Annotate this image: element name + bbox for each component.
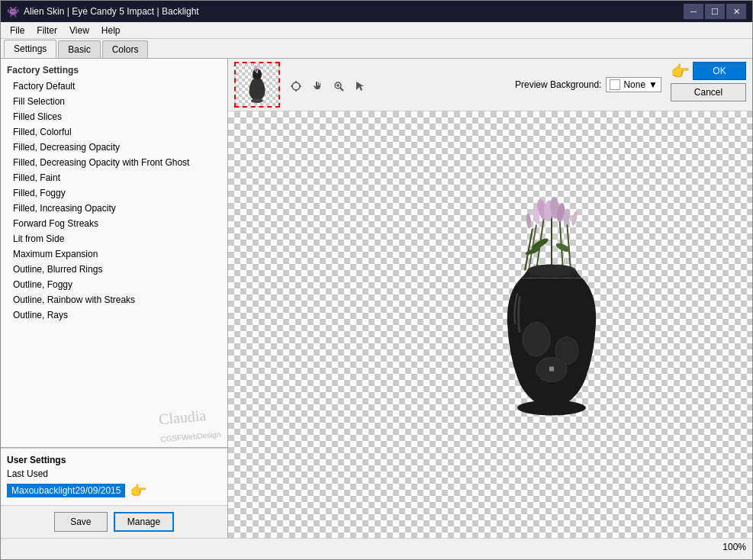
svg-line-20 (567, 220, 571, 270)
svg-point-6 (257, 66, 261, 69)
title-bar-left: 👾 Alien Skin | Eye Candy 5 Impact | Back… (7, 6, 199, 18)
vase-container (475, 171, 628, 478)
list-item[interactable]: Filled, Decreasing Opacity with Front Gh… (1, 155, 227, 170)
preview-bg-select[interactable]: None ▼ (606, 77, 661, 92)
main-content: Factory Settings Factory Default Fill Se… (1, 59, 752, 538)
menu-bar: File Filter View Help (1, 22, 752, 39)
list-item[interactable]: Outline, Rays (1, 307, 227, 323)
app-icon: 👾 (7, 6, 19, 18)
user-settings-header: User Settings (7, 455, 221, 465)
preview-bg-controls: Preview Background: None ▼ (515, 77, 661, 92)
status-bar: 100% (1, 538, 752, 555)
canvas-area (228, 111, 752, 538)
list-item[interactable]: Outline, Foggy (1, 277, 227, 292)
hand-tool-button[interactable] (307, 77, 327, 95)
list-item[interactable]: Filled, Colorful (1, 124, 227, 140)
list-item[interactable]: Fill Selection (1, 94, 227, 109)
bg-value-label: None (623, 79, 645, 90)
tab-colors[interactable]: Colors (102, 40, 149, 58)
list-item[interactable]: Filled, Foggy (1, 185, 227, 201)
menu-view[interactable]: View (63, 24, 95, 37)
dropdown-arrow-icon: ▼ (648, 79, 658, 90)
thumbnail-svg (242, 66, 272, 104)
list-item[interactable]: Forward Fog Streaks (1, 216, 227, 231)
bg-color-swatch (610, 79, 620, 90)
title-bar: 👾 Alien Skin | Eye Candy 5 Impact | Back… (1, 1, 752, 22)
svg-point-34 (523, 322, 550, 356)
close-button[interactable]: ✕ (726, 4, 746, 19)
list-item[interactable]: Outline, Blurred Rings (1, 262, 227, 277)
list-item[interactable]: Filled, Increasing Opacity (1, 201, 227, 216)
cancel-button[interactable]: Cancel (671, 83, 746, 101)
select-tool-button[interactable] (350, 77, 370, 95)
list-item[interactable]: Filled Slices (1, 109, 227, 124)
list-item[interactable]: Outline, Rainbow with Streaks (1, 292, 227, 307)
menu-filter[interactable]: Filter (31, 24, 63, 37)
tab-basic[interactable]: Basic (58, 40, 100, 58)
selected-preset-label[interactable]: Maxoubacklight29/09/2015 (7, 484, 125, 497)
user-settings-item: Maxoubacklight29/09/2015 👉 (7, 482, 221, 499)
action-buttons: 👉 OK Cancel (671, 62, 746, 101)
preview-bg-label: Preview Background: (515, 79, 601, 90)
last-used-label: Last Used (7, 468, 221, 479)
minimize-button[interactable]: ─ (684, 4, 703, 19)
preview-thumbnail (234, 62, 280, 108)
save-button[interactable]: Save (54, 512, 108, 532)
factory-settings-header: Factory Settings (1, 62, 227, 79)
zoom-tool-button[interactable] (329, 77, 349, 95)
list-item[interactable]: Filled, Faint (1, 170, 227, 185)
ok-button-row: 👉 OK (671, 62, 746, 80)
manage-button[interactable]: Manage (114, 512, 174, 532)
svg-point-7 (292, 82, 300, 90)
svg-point-1 (251, 98, 263, 103)
svg-point-0 (253, 69, 262, 81)
preview-toolbar-row: Preview Background: None ▼ 👉 OK Cancel (228, 59, 752, 111)
svg-rect-38 (549, 366, 554, 371)
user-settings-section: User Settings Last Used Maxoubacklight29… (1, 448, 227, 505)
svg-point-29 (570, 211, 578, 227)
svg-point-33 (527, 264, 576, 276)
svg-point-28 (526, 213, 532, 228)
move-tool-button[interactable] (286, 77, 306, 95)
right-panel: Preview Background: None ▼ 👉 OK Cancel (228, 59, 752, 538)
window-title: Alien Skin | Eye Candy 5 Impact | Backli… (24, 6, 199, 17)
list-item-lit-from-side[interactable]: Lit from Side (1, 231, 227, 246)
svg-line-13 (340, 88, 343, 91)
list-item[interactable]: Maximum Expansion (1, 246, 227, 262)
tab-bar: Settings Basic Colors (1, 39, 752, 59)
list-item[interactable]: Filled, Decreasing Opacity (1, 140, 227, 155)
menu-file[interactable]: File (4, 24, 31, 37)
window-controls: ─ ☐ ✕ (684, 4, 746, 19)
menu-help[interactable]: Help (95, 24, 127, 37)
arrow-icon: 👉 (130, 482, 146, 499)
left-panel: Factory Settings Factory Default Fill Se… (1, 59, 228, 538)
tab-settings[interactable]: Settings (4, 40, 56, 58)
svg-line-18 (559, 213, 563, 270)
vase-svg (475, 171, 628, 476)
ok-button[interactable]: OK (693, 62, 746, 80)
zoom-level: 100% (722, 542, 746, 552)
maximize-button[interactable]: ☐ (705, 4, 725, 19)
settings-list[interactable]: Factory Settings Factory Default Fill Se… (1, 59, 227, 447)
list-item[interactable]: Factory Default (1, 79, 227, 94)
settings-list-container: Factory Settings Factory Default Fill Se… (1, 59, 227, 448)
bottom-buttons: Save Manage (1, 505, 227, 538)
ok-hand-icon: 👉 (671, 62, 690, 80)
svg-point-37 (517, 400, 586, 415)
tool-buttons (286, 77, 370, 95)
